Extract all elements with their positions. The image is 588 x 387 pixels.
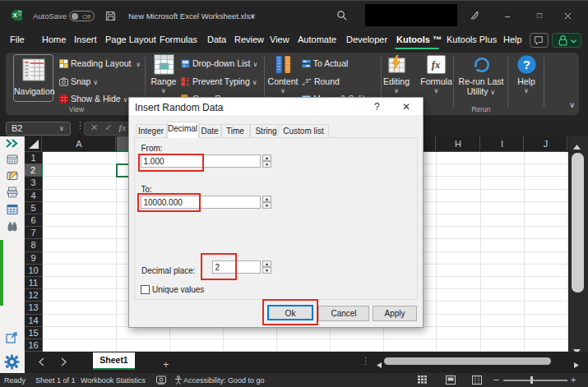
svg-text:?: ? (523, 58, 530, 71)
svg-text:X: X (13, 12, 17, 19)
svg-text:fx: fx (432, 59, 440, 71)
svg-text:.5: .5 (304, 78, 309, 84)
